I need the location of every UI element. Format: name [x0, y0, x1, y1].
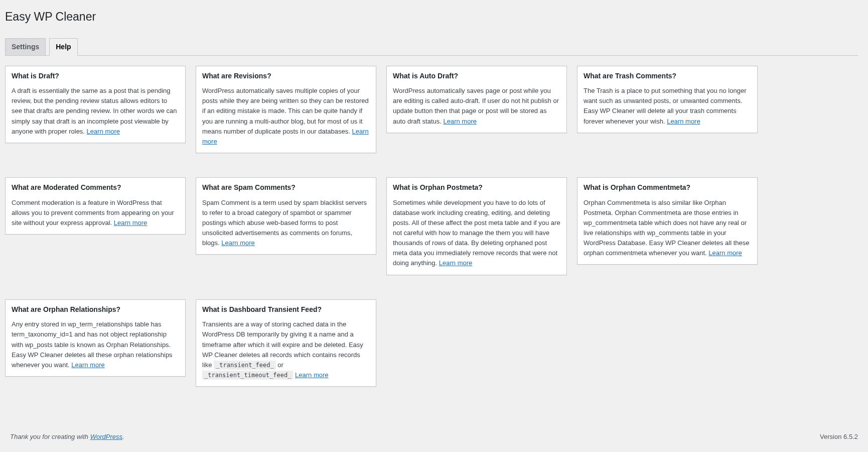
card-title: What are Moderated Comments? — [6, 178, 185, 195]
card-body: Spam Comment is a term used by spam blac… — [196, 195, 376, 255]
tab-settings[interactable]: Settings — [5, 38, 46, 55]
admin-wrap: Easy WP Cleaner Settings Help What is Dr… — [0, 0, 868, 417]
card-title: What are Orphan Relationships? — [6, 300, 185, 317]
card-body: The Trash is a place to put something th… — [577, 83, 757, 133]
card-title: What are Trash Comments? — [577, 66, 757, 83]
card-auto-draft: What is Auto Draft? WordPress automatica… — [386, 66, 567, 133]
card-text-mid: or — [276, 361, 283, 369]
learn-more-link[interactable]: Learn more — [87, 128, 120, 135]
card-draft: What is Draft? A draft is essentially th… — [5, 66, 186, 143]
card-title: What is Dashboard Transient Feed? — [196, 300, 376, 317]
learn-more-link[interactable]: Learn more — [708, 249, 742, 257]
card-revisions: What are Revisions? WordPress automatica… — [196, 66, 376, 153]
card-title: What is Auto Draft? — [387, 66, 566, 83]
card-title: What is Draft? — [6, 66, 185, 83]
footer-thankyou-post: . — [122, 433, 124, 440]
code-transient-feed: _transient_feed_ — [214, 361, 276, 370]
card-text: Sometimes while development you have to … — [393, 199, 560, 267]
learn-more-link[interactable]: Learn more — [443, 118, 476, 125]
card-title: What are Revisions? — [196, 66, 376, 83]
card-body: Transients are a way of storing cached d… — [196, 316, 376, 386]
card-text: Comment moderation is a feature in WordP… — [12, 199, 174, 227]
card-orphan-commentmeta: What is Orphan Commentmeta? Orphan Comme… — [577, 177, 758, 265]
footer-thankyou-pre: Thank you for creating with — [10, 433, 90, 440]
card-body: Any entry stored in wp_term_relationship… — [6, 316, 185, 376]
code-transient-timeout: _transient_timeout_feed_ — [202, 371, 293, 380]
footer-version: Version 6.5.2 — [820, 433, 858, 440]
card-text: The Trash is a place to put something th… — [584, 87, 746, 125]
card-orphan-postmeta: What is Orphan Postmeta? Sometimes while… — [386, 177, 567, 275]
card-dashboard-transient-feed: What is Dashboard Transient Feed? Transi… — [196, 299, 376, 387]
help-row-3: What are Orphan Relationships? Any entry… — [5, 299, 858, 387]
page-title: Easy WP Cleaner — [5, 10, 858, 24]
card-body: Orphan Commentmeta is also similar like … — [577, 195, 757, 265]
tab-help[interactable]: Help — [49, 38, 77, 56]
footer-wordpress-link[interactable]: WordPress — [90, 433, 122, 440]
card-trash-comments: What are Trash Comments? The Trash is a … — [577, 66, 758, 133]
card-title: What is Orphan Commentmeta? — [577, 178, 757, 195]
learn-more-link[interactable]: Learn more — [667, 118, 700, 125]
card-text: WordPress automatically saves multiple c… — [202, 87, 369, 135]
learn-more-link[interactable]: Learn more — [71, 361, 104, 369]
help-row-2: What are Moderated Comments? Comment mod… — [5, 177, 858, 275]
learn-more-link[interactable]: Learn more — [221, 239, 254, 247]
card-orphan-relationships: What are Orphan Relationships? Any entry… — [5, 299, 186, 377]
help-row-1: What is Draft? A draft is essentially th… — [5, 66, 858, 153]
learn-more-link[interactable]: Learn more — [114, 219, 147, 227]
learn-more-link[interactable]: Learn more — [439, 259, 472, 267]
card-body: Comment moderation is a feature in WordP… — [6, 195, 185, 234]
card-body: Sometimes while development you have to … — [387, 195, 566, 275]
card-title: What are Spam Comments? — [196, 178, 376, 195]
admin-footer: Thank you for creating with WordPress. V… — [0, 421, 868, 452]
footer-thankyou: Thank you for creating with WordPress. — [10, 433, 124, 440]
card-text: Orphan Commentmeta is also similar like … — [584, 199, 749, 257]
card-body: WordPress automatically saves multiple c… — [196, 83, 376, 153]
card-body: A draft is essentially the same as a pos… — [6, 83, 185, 143]
learn-more-link[interactable]: Learn more — [295, 371, 328, 379]
card-moderated-comments: What are Moderated Comments? Comment mod… — [5, 177, 186, 235]
card-spam-comments: What are Spam Comments? Spam Comment is … — [196, 177, 376, 255]
nav-tab-wrapper: Settings Help — [5, 34, 858, 56]
card-title: What is Orphan Postmeta? — [387, 178, 566, 195]
card-body: WordPress automatically saves page or po… — [387, 83, 566, 133]
